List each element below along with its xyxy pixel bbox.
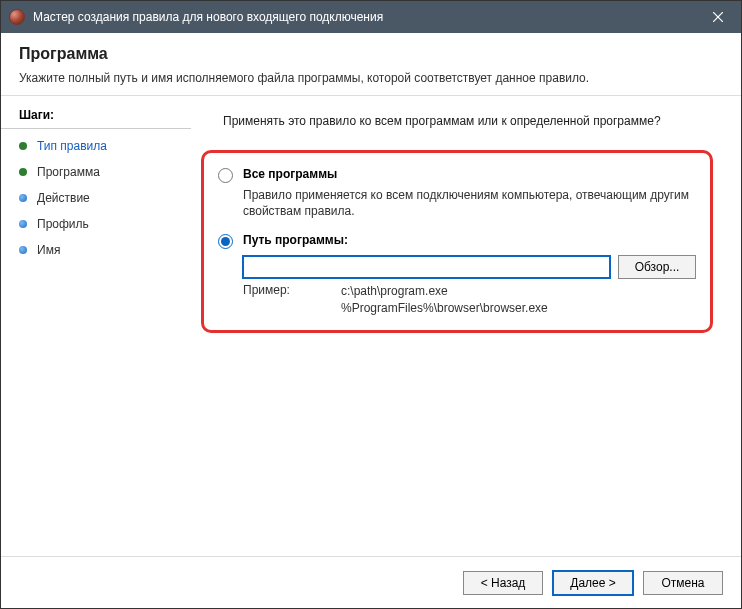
- bullet-icon: [19, 142, 27, 150]
- step-name[interactable]: Имя: [1, 237, 191, 263]
- firewall-icon: [9, 9, 25, 25]
- radio-all-input[interactable]: [218, 168, 233, 183]
- radio-program-path[interactable]: Путь программы:: [218, 233, 696, 249]
- program-path-input[interactable]: [243, 256, 610, 278]
- step-label: Программа: [37, 165, 100, 179]
- window-title: Мастер создания правила для нового входя…: [33, 10, 695, 24]
- radio-all-desc: Правило применяется ко всем подключениям…: [243, 187, 696, 219]
- step-label: Профиль: [37, 217, 89, 231]
- cancel-button[interactable]: Отмена: [643, 571, 723, 595]
- step-rule-type[interactable]: Тип правила: [1, 133, 191, 159]
- bullet-icon: [19, 168, 27, 176]
- header: Программа Укажите полный путь и имя испо…: [1, 33, 741, 96]
- radio-path-label: Путь программы:: [243, 233, 348, 247]
- wizard-window: Мастер создания правила для нового входя…: [0, 0, 742, 609]
- step-action[interactable]: Действие: [1, 185, 191, 211]
- step-profile[interactable]: Профиль: [1, 211, 191, 237]
- highlight-box: Все программы Правило применяется ко все…: [201, 150, 713, 333]
- browse-button[interactable]: Обзор...: [618, 255, 696, 279]
- example-row: Пример: c:\path\program.exe %ProgramFile…: [243, 283, 696, 315]
- bullet-icon: [19, 194, 27, 202]
- path-row: Обзор...: [243, 255, 696, 279]
- step-label: Имя: [37, 243, 60, 257]
- radio-all-label: Все программы: [243, 167, 337, 181]
- body: Шаги: Тип правила Программа Действие Про…: [1, 96, 741, 556]
- step-label: Действие: [37, 191, 90, 205]
- radio-path-input[interactable]: [218, 234, 233, 249]
- bullet-icon: [19, 246, 27, 254]
- close-icon: [713, 12, 723, 22]
- example-values: c:\path\program.exe %ProgramFiles%\brows…: [341, 283, 548, 315]
- page-subtitle: Укажите полный путь и имя исполняемого ф…: [19, 71, 723, 85]
- close-button[interactable]: [695, 1, 741, 33]
- sidebar: Шаги: Тип правила Программа Действие Про…: [1, 96, 191, 556]
- bullet-icon: [19, 220, 27, 228]
- content: Применять это правило ко всем программам…: [191, 96, 741, 556]
- titlebar: Мастер создания правила для нового входя…: [1, 1, 741, 33]
- step-program[interactable]: Программа: [1, 159, 191, 185]
- content-question: Применять это правило ко всем программам…: [223, 114, 717, 128]
- page-title: Программа: [19, 45, 723, 63]
- sidebar-header: Шаги:: [1, 104, 191, 129]
- footer: < Назад Далее > Отмена: [1, 556, 741, 608]
- back-button[interactable]: < Назад: [463, 571, 543, 595]
- next-button[interactable]: Далее >: [553, 571, 633, 595]
- radio-all-programs[interactable]: Все программы: [218, 167, 696, 183]
- example-label: Пример:: [243, 283, 341, 315]
- step-label: Тип правила: [37, 139, 107, 153]
